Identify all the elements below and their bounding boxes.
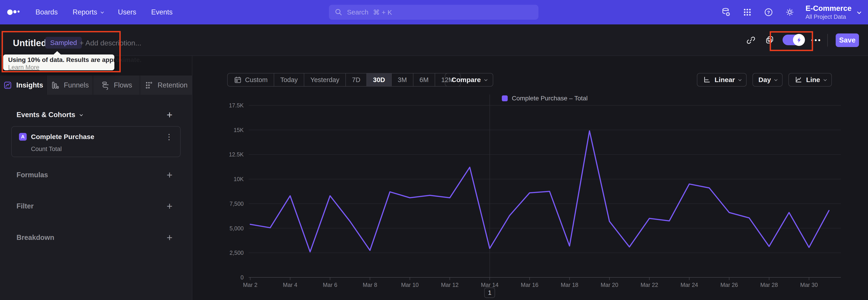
events-cohorts-label: Events & Cohorts bbox=[17, 111, 75, 119]
divider bbox=[827, 34, 828, 47]
svg-text:Mar 24: Mar 24 bbox=[680, 282, 698, 288]
more-options-button[interactable]: ••• bbox=[811, 36, 822, 44]
search-input[interactable]: Search ⌘ + K bbox=[329, 5, 538, 20]
tab-funnels[interactable]: Funnels bbox=[47, 76, 93, 95]
chevron-down-icon bbox=[101, 10, 104, 13]
nav-menu: Boards Reports Users Events bbox=[35, 0, 173, 24]
svg-text:Mar 6: Mar 6 bbox=[323, 282, 337, 288]
svg-text:Mar 4: Mar 4 bbox=[283, 282, 298, 288]
pagination-page[interactable]: 1 bbox=[484, 288, 495, 298]
svg-text:7,500: 7,500 bbox=[229, 201, 244, 207]
event-kebab-menu[interactable]: ⋮ bbox=[165, 132, 173, 141]
svg-text:Mar 28: Mar 28 bbox=[761, 282, 778, 288]
copy-link-icon[interactable] bbox=[745, 34, 757, 46]
add-filter-button[interactable]: + bbox=[166, 201, 173, 211]
svg-text:0: 0 bbox=[241, 274, 244, 280]
chevron-down-icon bbox=[80, 113, 83, 116]
query-builder-panel: Insights Funnels Flows bbox=[0, 56, 192, 300]
tab-label: Flows bbox=[114, 81, 132, 89]
query-builder-body bbox=[0, 95, 192, 300]
sampling-tooltip: Using 10% of data. Results are approxima… bbox=[3, 55, 114, 70]
search-icon bbox=[335, 8, 342, 16]
formulas-section: Formulas + bbox=[17, 168, 173, 182]
tab-insights[interactable]: Insights bbox=[0, 76, 46, 95]
add-breakdown-button[interactable]: + bbox=[166, 233, 173, 243]
svg-text:Mar 26: Mar 26 bbox=[720, 282, 738, 288]
project-name: E-Commerce bbox=[805, 4, 851, 13]
line-chart[interactable]: 02,5005,0007,50010K12.5K15K17.5KMar 2Mar… bbox=[192, 56, 868, 300]
svg-text:10K: 10K bbox=[234, 176, 244, 182]
nav-item-events[interactable]: Events bbox=[151, 8, 173, 16]
nav-item-users[interactable]: Users bbox=[118, 8, 136, 16]
report-title-bar: Untitled Sampled + Add description... bbox=[0, 24, 868, 56]
tab-flows[interactable]: Flows bbox=[93, 76, 140, 95]
nav-right-group: ? E-Commerce All Project Data bbox=[721, 0, 868, 24]
add-to-board-icon[interactable] bbox=[764, 34, 776, 46]
search-placeholder: Search bbox=[347, 8, 368, 16]
top-nav: Boards Reports Users Events Search ⌘ + K bbox=[0, 0, 868, 24]
sampling-toggle[interactable] bbox=[782, 35, 804, 45]
svg-text:17.5K: 17.5K bbox=[229, 102, 244, 109]
nav-item-label: Boards bbox=[35, 8, 58, 16]
event-metric[interactable]: Count Total bbox=[31, 146, 62, 153]
add-event-button[interactable]: + bbox=[166, 110, 173, 120]
nav-item-label: Users bbox=[118, 8, 136, 16]
chevron-down-icon bbox=[857, 10, 861, 14]
svg-text:5,000: 5,000 bbox=[229, 225, 244, 232]
lightning-bolt-icon bbox=[796, 37, 802, 43]
nav-item-boards[interactable]: Boards bbox=[35, 8, 58, 16]
toggle-knob bbox=[793, 34, 805, 46]
mixpanel-logo-icon[interactable] bbox=[7, 0, 23, 24]
tab-label: Retention bbox=[158, 81, 188, 89]
workspace: Insights Funnels Flows bbox=[0, 56, 868, 300]
apps-grid-icon[interactable] bbox=[742, 7, 752, 18]
svg-text:Mar 14: Mar 14 bbox=[481, 282, 499, 288]
svg-text:Mar 18: Mar 18 bbox=[561, 282, 579, 288]
insights-chart-icon bbox=[3, 81, 12, 90]
filter-section: Filter + bbox=[17, 200, 173, 213]
event-name: Complete Purchase bbox=[31, 133, 94, 141]
svg-text:Mar 12: Mar 12 bbox=[441, 282, 459, 288]
data-management-icon[interactable] bbox=[721, 7, 731, 18]
filter-label: Filter bbox=[17, 202, 34, 210]
svg-text:Mar 2: Mar 2 bbox=[243, 282, 257, 288]
svg-text:Mar 30: Mar 30 bbox=[800, 282, 818, 288]
breakdown-label: Breakdown bbox=[17, 234, 54, 242]
add-formula-button[interactable]: + bbox=[166, 170, 173, 180]
events-cohorts-header: Events & Cohorts + bbox=[17, 108, 173, 121]
nav-item-label: Events bbox=[151, 8, 173, 16]
add-description-field[interactable]: + Add description... bbox=[80, 39, 141, 47]
tab-label: Insights bbox=[16, 81, 43, 89]
flows-icon bbox=[101, 81, 110, 90]
report-title[interactable]: Untitled bbox=[13, 38, 46, 48]
project-selector[interactable]: E-Commerce All Project Data bbox=[805, 4, 860, 21]
retention-dots-icon bbox=[145, 81, 153, 90]
svg-text:Mar 22: Mar 22 bbox=[641, 282, 658, 288]
tab-label: Funnels bbox=[64, 81, 89, 89]
project-scope: All Project Data bbox=[805, 13, 851, 20]
event-card[interactable]: A Complete Purchase ⋮ Count Total bbox=[11, 126, 181, 157]
nav-item-reports[interactable]: Reports bbox=[72, 8, 103, 16]
svg-text:2,500: 2,500 bbox=[229, 249, 244, 256]
svg-text:Mar 8: Mar 8 bbox=[363, 282, 377, 288]
nav-item-label: Reports bbox=[72, 8, 97, 16]
tooltip-text: Using 10% of data. Results are approxima… bbox=[8, 56, 110, 63]
sampled-badge[interactable]: Sampled bbox=[45, 37, 82, 49]
svg-text:Mar 16: Mar 16 bbox=[521, 282, 538, 288]
svg-text:Mar 20: Mar 20 bbox=[600, 282, 618, 288]
chart-panel: Custom Today Yesterday 7D 30D 3M 6M 12M … bbox=[192, 56, 868, 300]
mixpanel-app: Boards Reports Users Events Search ⌘ + K bbox=[0, 0, 868, 300]
tooltip-arrow bbox=[53, 51, 61, 55]
help-icon[interactable]: ? bbox=[763, 7, 774, 18]
formulas-label: Formulas bbox=[17, 171, 48, 179]
event-letter-badge: A bbox=[19, 133, 27, 141]
settings-gear-icon[interactable] bbox=[784, 7, 795, 18]
svg-text:15K: 15K bbox=[234, 127, 244, 133]
events-cohorts-dropdown[interactable]: Events & Cohorts bbox=[17, 111, 82, 119]
learn-more-link[interactable]: Learn More bbox=[8, 64, 39, 71]
tab-retention[interactable]: Retention bbox=[140, 76, 192, 95]
breakdown-section: Breakdown + bbox=[17, 231, 173, 244]
save-button[interactable]: Save bbox=[836, 33, 859, 47]
svg-text:Mar 10: Mar 10 bbox=[401, 282, 418, 288]
svg-text:?: ? bbox=[767, 10, 770, 15]
